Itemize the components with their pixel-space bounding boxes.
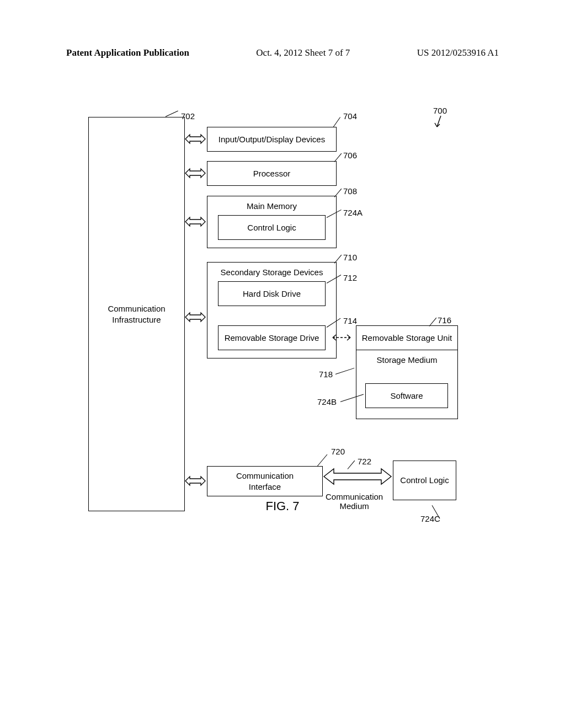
box-communication-interface: Communication Interface xyxy=(207,466,323,496)
ref-714: 714 xyxy=(343,316,357,325)
bidir-arrow-secstor xyxy=(184,312,206,323)
label-control-logic-a: Control Logic xyxy=(247,222,296,233)
box-processor: Processor xyxy=(207,161,337,186)
box-io-devices: Input/Output/Display Devices xyxy=(207,127,337,152)
label-removable-drive: Removable Storage Drive xyxy=(225,333,319,344)
bidir-arrow-processor xyxy=(184,168,206,179)
shape-communication-medium xyxy=(323,463,392,490)
ref-702: 702 xyxy=(181,111,195,121)
label-io-devices: Input/Output/Display Devices xyxy=(218,134,325,145)
label-control-logic-c: Control Logic xyxy=(400,475,449,486)
box-software: Software xyxy=(365,383,448,408)
arrow-700 xyxy=(434,115,443,130)
bidir-arrow-comm-if xyxy=(184,475,206,486)
box-control-logic-a: Control Logic xyxy=(218,215,326,240)
label-hard-disk: Hard Disk Drive xyxy=(243,288,301,299)
ref-704: 704 xyxy=(343,111,357,121)
label-communication-infrastructure: Communication Infrastructure xyxy=(108,303,165,325)
bidir-arrow-mainmem xyxy=(184,216,206,227)
box-removable-unit: Removable Storage Unit xyxy=(356,325,458,350)
label-removable-unit: Removable Storage Unit xyxy=(362,333,452,344)
header-docnum: US 2012/0253916 A1 xyxy=(417,47,499,58)
dashed-bidir-drive-unit xyxy=(328,334,355,341)
header-publication: Patent Application Publication xyxy=(66,47,189,58)
box-control-logic-c: Control Logic xyxy=(393,461,456,500)
label-software: Software xyxy=(390,390,423,402)
ref-710: 710 xyxy=(343,253,357,262)
label-secondary-storage: Secondary Storage Devices xyxy=(221,267,323,278)
ref-722: 722 xyxy=(358,457,371,466)
box-hard-disk: Hard Disk Drive xyxy=(218,281,326,306)
label-processor: Processor xyxy=(253,168,291,179)
ref-706: 706 xyxy=(343,151,357,160)
figure-7-diagram: 700 Communication Infrastructure 702 Inp… xyxy=(0,99,565,596)
ref-712: 712 xyxy=(343,273,357,282)
label-main-memory: Main Memory xyxy=(247,201,297,212)
box-communication-infrastructure: Communication Infrastructure xyxy=(88,117,185,511)
ref-700: 700 xyxy=(433,106,447,115)
ref-724b: 724B xyxy=(317,397,337,406)
ref-724a: 724A xyxy=(343,208,363,217)
label-storage-medium: Storage Medium xyxy=(376,355,437,366)
figure-caption: FIG. 7 xyxy=(0,499,565,513)
ref-718: 718 xyxy=(319,370,333,379)
box-removable-drive: Removable Storage Drive xyxy=(218,325,326,350)
bidir-arrow-io xyxy=(184,133,206,144)
label-communication-interface: Communication Interface xyxy=(236,470,294,492)
header-date-sheet: Oct. 4, 2012 Sheet 7 of 7 xyxy=(256,47,350,58)
ref-720: 720 xyxy=(331,447,345,456)
ref-716: 716 xyxy=(438,315,451,325)
ref-708: 708 xyxy=(343,186,357,196)
